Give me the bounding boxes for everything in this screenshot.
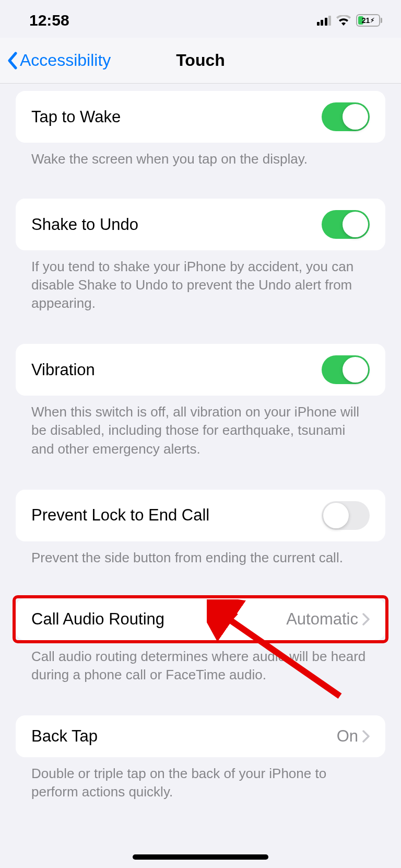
back-label: Accessibility — [20, 51, 111, 70]
home-indicator[interactable] — [133, 854, 268, 860]
wifi-icon — [336, 15, 351, 26]
back-tap-row[interactable]: Back Tap On — [16, 715, 385, 757]
call-audio-routing-row[interactable]: Call Audio Routing Automatic — [16, 598, 385, 640]
status-time: 12:58 — [29, 11, 69, 29]
nav-header: Accessibility Touch — [0, 38, 401, 84]
vibration-toggle[interactable] — [322, 355, 370, 384]
back-tap-value: On — [337, 727, 358, 746]
tap-to-wake-row[interactable]: Tap to Wake — [16, 91, 385, 143]
prevent-lock-row[interactable]: Prevent Lock to End Call — [16, 490, 385, 541]
cellular-signal-icon — [317, 15, 332, 26]
shake-to-undo-row[interactable]: Shake to Undo — [16, 199, 385, 250]
tap-to-wake-footer: Wake the screen when you tap on the disp… — [0, 143, 401, 168]
prevent-lock-toggle[interactable] — [322, 501, 370, 530]
call-audio-routing-footer: Call audio routing determines where audi… — [0, 640, 401, 684]
chevron-left-icon — [7, 52, 18, 69]
chevron-right-icon — [362, 613, 370, 626]
call-audio-routing-label: Call Audio Routing — [31, 610, 164, 629]
vibration-row[interactable]: Vibration — [16, 344, 385, 396]
vibration-label: Vibration — [31, 361, 95, 379]
vibration-footer: When this switch is off, all vibration o… — [0, 396, 401, 458]
call-audio-routing-value: Automatic — [286, 610, 358, 629]
battery-percentage: 21 — [362, 16, 370, 25]
back-button[interactable]: Accessibility — [7, 51, 111, 70]
shake-to-undo-footer: If you tend to shake your iPhone by acci… — [0, 250, 401, 313]
back-tap-label: Back Tap — [31, 727, 98, 746]
status-icons: 21⚡︎ — [317, 14, 383, 27]
back-tap-footer: Double or triple tap on the back of your… — [0, 757, 401, 801]
prevent-lock-label: Prevent Lock to End Call — [31, 506, 209, 525]
battery-icon: 21⚡︎ — [356, 14, 382, 27]
shake-to-undo-label: Shake to Undo — [31, 215, 138, 234]
prevent-lock-footer: Prevent the side button from ending the … — [0, 541, 401, 567]
shake-to-undo-toggle[interactable] — [322, 210, 370, 239]
status-bar: 12:58 21⚡︎ — [0, 0, 401, 38]
chevron-right-icon — [362, 730, 370, 743]
tap-to-wake-toggle[interactable] — [322, 102, 370, 131]
tap-to-wake-label: Tap to Wake — [31, 108, 121, 126]
